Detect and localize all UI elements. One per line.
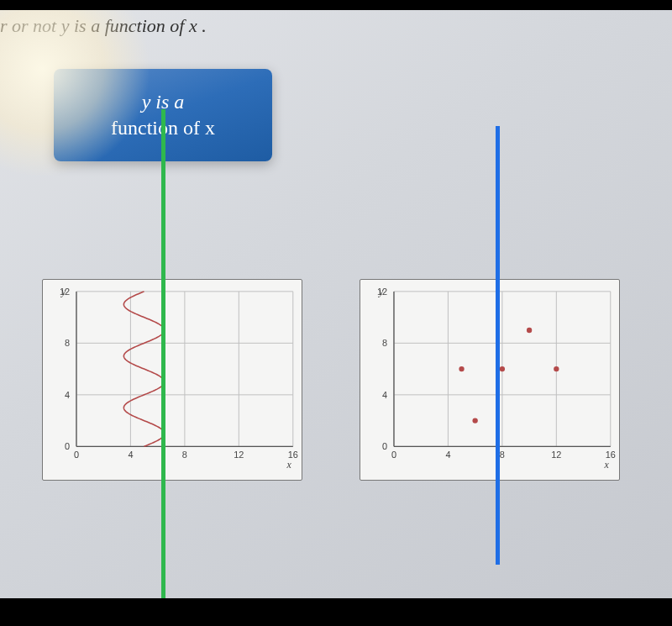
label-line2: function of x [111,117,215,139]
svg-text:8: 8 [65,338,70,348]
draggable-label-function[interactable]: y is a function of x [54,69,272,161]
svg-text:8: 8 [182,450,187,460]
chart-right-svg: 048121648120yx [360,280,619,480]
svg-text:0: 0 [65,441,70,451]
svg-text:12: 12 [551,450,561,460]
svg-text:0: 0 [74,450,79,460]
svg-text:0: 0 [382,441,387,451]
svg-text:y: y [378,286,384,297]
chart-right[interactable]: 048121648120yx [360,279,620,481]
svg-point-44 [459,366,464,371]
chart-left-svg: 048121648120yx [43,280,302,480]
svg-text:4: 4 [128,450,133,460]
svg-point-47 [527,328,532,333]
svg-text:12: 12 [234,450,244,460]
svg-point-48 [554,366,559,371]
label-line1: y is a [142,91,185,113]
label-text: y is a function of x [111,89,215,141]
svg-text:4: 4 [65,390,70,400]
svg-text:0: 0 [391,450,396,460]
svg-point-46 [500,366,505,371]
svg-text:y: y [60,286,66,297]
question-fragment: r or not y is a function of x . [0,15,207,36]
svg-text:8: 8 [500,450,505,460]
chart-left[interactable]: 048121648120yx [42,279,302,481]
app-screen: r or not y is a function of x . y is a f… [0,10,672,598]
svg-text:x: x [604,459,610,471]
svg-point-45 [472,418,477,423]
svg-text:8: 8 [382,338,387,348]
letterbox-bottom [0,598,672,626]
svg-text:x: x [286,459,292,471]
svg-text:4: 4 [445,450,450,460]
question-text: r or not y is a function of x . [0,15,207,37]
svg-text:4: 4 [382,390,387,400]
